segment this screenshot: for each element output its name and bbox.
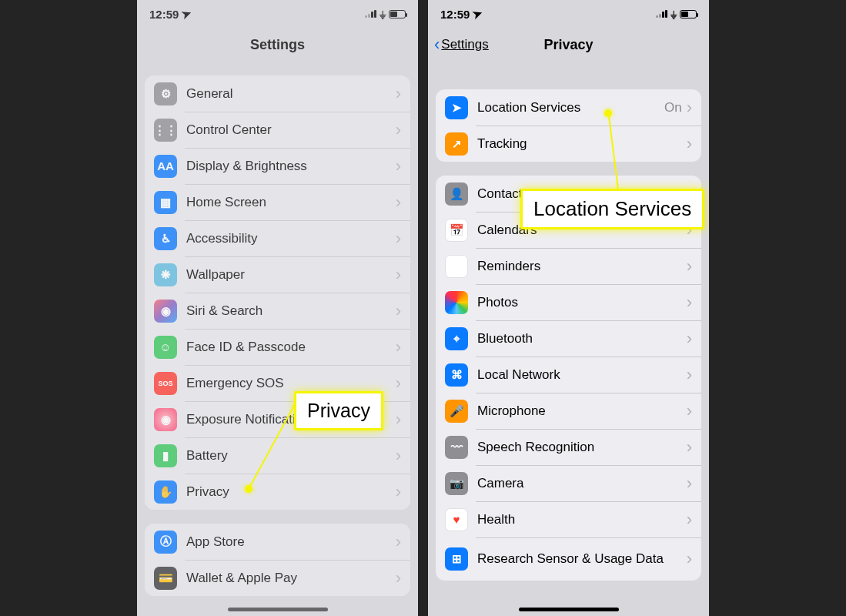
settings-row-battery[interactable]: ▮Battery› [145, 437, 410, 474]
settings-group: ➤Location ServicesOn›↗Tracking› [436, 89, 701, 162]
row-label: Wallpaper [186, 267, 396, 283]
row-label: Home Screen [186, 195, 396, 210]
nav-bar: ‹ Settings Privacy [428, 28, 709, 62]
row-label: Local Network [477, 367, 687, 383]
row-label: Privacy [186, 484, 396, 500]
chevron-right-icon: › [687, 437, 692, 457]
settings-row-accessibility[interactable]: ♿︎Accessibility› [145, 220, 410, 256]
settings-row-research-sensor-usage-data[interactable]: ⊞Research Sensor & Usage Data› [436, 537, 701, 581]
chevron-right-icon: › [687, 474, 692, 494]
home-indicator[interactable] [228, 608, 328, 611]
back-label: Settings [441, 37, 488, 52]
settings-row-microphone[interactable]: 🎤Microphone› [436, 393, 701, 429]
chevron-right-icon: › [687, 134, 692, 154]
settings-row-control-center[interactable]: ⋮⋮Control Center› [145, 112, 410, 148]
settings-row-photos[interactable]: Photos› [436, 284, 701, 320]
settings-list[interactable]: ⚙︎General›⋮⋮Control Center›AADisplay & B… [137, 62, 418, 616]
chevron-right-icon: › [687, 98, 692, 118]
chevron-right-icon: › [396, 229, 401, 249]
row-label: Bluetooth [477, 331, 687, 346]
row-label: Reminders [477, 259, 687, 274]
settings-row-siri-search[interactable]: ◉Siri & Search› [145, 293, 410, 329]
settings-row-bluetooth[interactable]: ⌖Bluetooth› [436, 320, 701, 357]
settings-row-app-store[interactable]: ⒶApp Store› [145, 524, 410, 560]
nav-bar: Settings [137, 28, 418, 62]
row-label: Display & Brightness [186, 159, 396, 174]
settings-row-home-screen[interactable]: ▦Home Screen› [145, 184, 410, 220]
chevron-right-icon: › [687, 401, 692, 421]
settings-row-wallet-apple-pay[interactable]: 💳Wallet & Apple Pay› [145, 560, 410, 596]
row-label: Tracking [477, 136, 687, 152]
chevron-right-icon: › [396, 120, 401, 140]
chevron-right-icon: › [687, 365, 692, 385]
chevron-right-icon: › [396, 337, 401, 357]
callout-location-services: Location Services [520, 189, 704, 229]
chevron-right-icon: › [687, 549, 692, 569]
settings-row-location-services[interactable]: ➤Location ServicesOn› [436, 89, 701, 126]
chevron-right-icon: › [687, 256, 692, 276]
settings-row-reminders[interactable]: ⋮Reminders› [436, 248, 701, 284]
chevron-right-icon: › [396, 410, 401, 430]
row-label: Camera [477, 476, 687, 491]
row-label: Photos [477, 295, 687, 310]
contacts-icon: 👤 [445, 182, 468, 206]
siri-icon: ◉ [154, 300, 177, 323]
home-screen-icon: ▦ [154, 191, 177, 214]
row-label: Wallet & Apple Pay [186, 571, 396, 586]
battery-icon [680, 10, 697, 18]
speech-icon: 〰 [445, 436, 468, 459]
reminders-icon: ⋮ [445, 255, 468, 278]
settings-row-speech-recognition[interactable]: 〰Speech Recognition› [436, 429, 701, 465]
row-label: Speech Recognition [477, 440, 687, 455]
camera-icon: 📷 [445, 472, 468, 495]
settings-row-tracking[interactable]: ↗Tracking› [436, 126, 701, 162]
chevron-left-icon: ‹ [434, 36, 440, 53]
row-label: Health [477, 512, 687, 527]
wallpaper-icon: ❋ [154, 263, 177, 286]
row-label: App Store [186, 534, 396, 550]
location-arrow-icon: ➤ [471, 5, 485, 22]
callout-dot [604, 109, 612, 117]
wifi-icon: ⏚ [380, 8, 386, 20]
settings-row-privacy[interactable]: ✋Privacy› [145, 474, 410, 510]
row-value: On [664, 100, 682, 116]
chevron-right-icon: › [687, 293, 692, 313]
privacy-icon: ✋ [154, 480, 177, 504]
row-label: Research Sensor & Usage Data [477, 551, 687, 567]
chevron-right-icon: › [396, 446, 401, 466]
settings-row-health[interactable]: ♥︎Health› [436, 501, 701, 537]
page-title: Privacy [543, 37, 593, 53]
chevron-right-icon: › [396, 156, 401, 176]
settings-row-local-network[interactable]: ⌘Local Network› [436, 357, 701, 393]
settings-group: ⚙︎General›⋮⋮Control Center›AADisplay & B… [145, 75, 410, 510]
signal-icon [656, 10, 667, 18]
sos-icon: SOS [154, 372, 177, 395]
localnet-icon: ⌘ [445, 363, 468, 387]
settings-row-face-id-passcode[interactable]: ☺︎Face ID & Passcode› [145, 329, 410, 365]
row-label: Location Services [477, 100, 664, 116]
settings-row-camera[interactable]: 📷Camera› [436, 465, 701, 501]
exposure-icon: ◉ [154, 408, 177, 431]
settings-row-wallpaper[interactable]: ❋Wallpaper› [145, 256, 410, 293]
row-label: Accessibility [186, 231, 396, 246]
privacy-list[interactable]: ➤Location ServicesOn›↗Tracking›👤Contacts… [428, 62, 709, 616]
wallet-icon: 💳 [154, 567, 177, 590]
battery-icon: ▮ [154, 444, 177, 467]
microphone-icon: 🎤 [445, 400, 468, 423]
appstore-icon: Ⓐ [154, 531, 177, 554]
home-indicator[interactable] [519, 608, 619, 611]
display-icon: AA [154, 155, 177, 178]
row-label: Siri & Search [186, 303, 396, 319]
settings-row-general[interactable]: ⚙︎General› [145, 75, 410, 112]
chevron-right-icon: › [396, 301, 401, 321]
settings-group: 👤Contacts›📅Calendars›⋮Reminders›Photos›⌖… [436, 176, 701, 581]
settings-row-display-brightness[interactable]: AADisplay & Brightness› [145, 148, 410, 184]
chevron-right-icon: › [396, 265, 401, 285]
status-time: 12:59 [440, 8, 470, 21]
calendars-icon: 📅 [445, 219, 468, 242]
chevron-right-icon: › [396, 482, 401, 502]
status-bar: 12:59 ➤ ⏚ [428, 0, 709, 28]
back-button[interactable]: ‹ Settings [434, 36, 489, 53]
status-time: 12:59 [149, 8, 179, 21]
page-title: Settings [250, 37, 305, 53]
